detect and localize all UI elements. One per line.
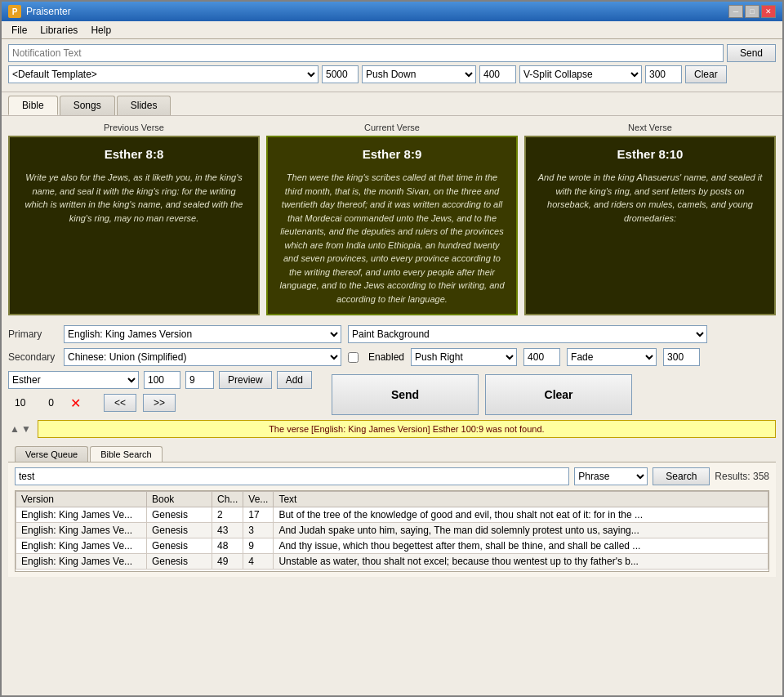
clear-button[interactable]: Clear — [485, 374, 632, 415]
secondary-transition-width[interactable] — [523, 348, 560, 366]
search-input[interactable] — [15, 467, 569, 485]
table-cell: 3 — [243, 523, 274, 538]
primary-row: Primary English: King James Version Pain… — [8, 325, 776, 343]
search-row: Phrase Search Results: 358 — [15, 467, 769, 485]
next-verse-label: Next Verse — [628, 123, 672, 132]
app-title: Praisenter — [26, 6, 71, 17]
table-row[interactable]: English: King James Ve...Genesis494Unsta… — [16, 554, 768, 570]
template-select[interactable]: <Default Template> — [8, 65, 318, 83]
prev-verse-card: Esther 8:8 Write ye also for the Jews, a… — [8, 136, 260, 315]
tab-songs[interactable]: Songs — [60, 96, 115, 115]
verse-area: Previous Verse Esther 8:8 Write ye also … — [8, 123, 776, 315]
delete-icon[interactable]: ✕ — [70, 395, 81, 411]
verse-input[interactable] — [185, 371, 214, 389]
error-message: The verse [English: King James Version] … — [38, 420, 776, 438]
table-cell: Unstable as water, thou shalt not excel;… — [274, 554, 768, 570]
transition-width-input[interactable] — [479, 65, 516, 83]
prev-verse-column: Previous Verse Esther 8:8 Write ye also … — [8, 123, 260, 315]
table-cell: 4 — [243, 554, 274, 570]
table-cell: English: King James Ve... — [16, 523, 147, 538]
effect-width-input[interactable] — [645, 65, 682, 83]
table-cell: 48 — [212, 538, 243, 554]
table-cell: 49 — [212, 554, 243, 570]
search-results-table[interactable]: Version Book Ch... Ve... Text English: K… — [15, 490, 769, 572]
notification-send-button[interactable]: Send — [727, 44, 776, 62]
table-cell: But of the tree of the knowledge of good… — [274, 507, 768, 523]
table-cell: 2 — [212, 507, 243, 523]
enabled-label: Enabled — [368, 351, 404, 363]
up-arrow-icon: ▲ — [10, 423, 20, 435]
prev-verse-label: Previous Verse — [104, 123, 164, 132]
prev-verse-text: Write ye also for the Jews, as it liketh… — [20, 171, 248, 225]
send-button[interactable]: Send — [332, 374, 479, 415]
primary-effect-select[interactable]: Paint Background — [348, 325, 707, 343]
transition-select[interactable]: Push Down — [362, 65, 476, 83]
table-cell: Genesis — [147, 523, 212, 538]
minimize-button[interactable]: ─ — [728, 5, 743, 18]
menu-bar: File Libraries Help — [2, 21, 782, 39]
preview-button[interactable]: Preview — [219, 371, 272, 389]
curr-verse-title: Esther 8:9 — [363, 147, 422, 161]
prev-nav-button[interactable]: << — [104, 394, 136, 412]
bottom-tab-bar: Verse Queue Bible Search — [8, 443, 776, 462]
search-area: Phrase Search Results: 358 Version Book … — [8, 462, 776, 577]
secondary-version-select[interactable]: Chinese: Union (Simplified) — [64, 348, 341, 366]
primary-version-select[interactable]: English: King James Version — [64, 325, 341, 343]
secondary-effect-select[interactable]: Fade — [567, 348, 657, 366]
secondary-transition-select[interactable]: Push Right — [411, 348, 517, 366]
next-verse-card: Esther 8:10 And he wrote in the king Aha… — [524, 136, 776, 315]
curr-verse-card: Esther 8:9 Then were the king's scribes … — [266, 136, 518, 315]
notification-input[interactable] — [8, 44, 724, 62]
tab-verse-queue[interactable]: Verse Queue — [15, 446, 88, 462]
close-button[interactable]: ✕ — [761, 5, 776, 18]
down-arrow-icon: ▼ — [21, 423, 31, 435]
tab-bible-search[interactable]: Bible Search — [90, 446, 162, 462]
collapse-handle[interactable]: ▲ ▼ — [8, 422, 33, 436]
curr-verse-column: Current Verse Esther 8:9 Then were the k… — [266, 123, 518, 315]
tab-bar: Bible Songs Slides — [2, 92, 782, 116]
table-cell: 43 — [212, 523, 243, 538]
book-select[interactable]: Esther — [8, 371, 139, 389]
book-row: Esther Preview Add — [8, 371, 312, 389]
table-row[interactable]: English: King James Ve...Genesis433And J… — [16, 523, 768, 538]
results-label: Results: 358 — [715, 471, 769, 482]
phrase-select[interactable]: Phrase — [574, 467, 648, 485]
count2: 0 — [48, 397, 54, 409]
add-button[interactable]: Add — [277, 371, 312, 389]
tab-slides[interactable]: Slides — [117, 96, 172, 115]
title-bar: P Praisenter ─ □ ✕ — [2, 2, 782, 21]
chapter-input[interactable] — [144, 371, 180, 389]
menu-help[interactable]: Help — [84, 23, 118, 38]
table-row[interactable]: English: King James Ve...Genesis489And t… — [16, 538, 768, 554]
secondary-label: Secondary — [8, 351, 57, 363]
maximize-button[interactable]: □ — [745, 5, 760, 18]
toolbar-clear-button[interactable]: Clear — [685, 65, 727, 83]
table-cell: 17 — [243, 507, 274, 523]
table-cell: Genesis — [147, 507, 212, 523]
table-row[interactable]: English: King James Ve...Genesis217But o… — [16, 507, 768, 523]
search-button[interactable]: Search — [653, 467, 710, 485]
table-cell: English: King James Ve... — [16, 538, 147, 554]
table-cell: And Judah spake unto him, saying, The ma… — [274, 523, 768, 538]
curr-verse-text: Then were the king's scribes called at t… — [278, 171, 506, 306]
menu-libraries[interactable]: Libraries — [33, 23, 84, 38]
table-cell: English: King James Ve... — [16, 507, 147, 523]
enabled-checkbox[interactable] — [348, 352, 359, 363]
next-verse-text: And he wrote in the king Ahasuerus' name… — [536, 171, 764, 225]
primary-label: Primary — [8, 328, 57, 340]
app-icon: P — [8, 5, 21, 18]
effect-select[interactable]: V-Split Collapse — [519, 65, 642, 83]
table-cell: And thy issue, which thou begettest afte… — [274, 538, 768, 554]
tab-bible[interactable]: Bible — [8, 96, 58, 115]
delay-input[interactable] — [322, 65, 359, 83]
menu-file[interactable]: File — [5, 23, 33, 38]
col-text: Text — [274, 492, 768, 507]
secondary-row: Secondary Chinese: Union (Simplified) En… — [8, 348, 776, 366]
col-book: Book — [147, 492, 212, 507]
table-cell: Genesis — [147, 538, 212, 554]
secondary-effect-width[interactable] — [663, 348, 700, 366]
next-verse-title: Esther 8:10 — [617, 147, 684, 161]
col-version: Version — [16, 492, 147, 507]
col-verse: Ve... — [243, 492, 274, 507]
next-nav-button[interactable]: >> — [143, 394, 176, 412]
